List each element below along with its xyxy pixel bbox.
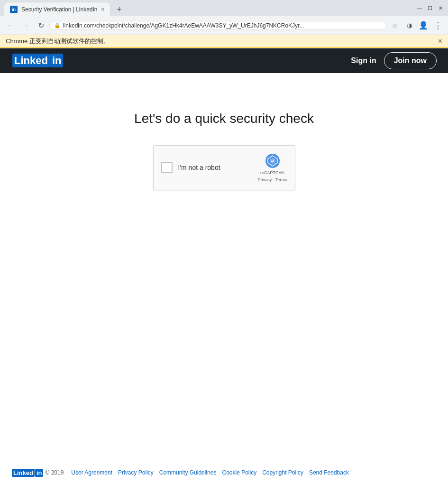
title-bar: in Security Verification | LinkedIn × + …: [0, 0, 448, 16]
footer-link-send-feedback[interactable]: Send Feedback: [309, 469, 349, 476]
recaptcha-left: I'm not a robot: [161, 162, 220, 173]
footer-link-cookie-policy[interactable]: Cookie Policy: [222, 469, 256, 476]
recaptcha-label: I'm not a robot: [178, 164, 220, 171]
footer-logo: Linkedin © 2019: [11, 469, 64, 476]
page-title: Let's do a quick security check: [134, 111, 314, 126]
linkedin-logo: Linkedin: [11, 55, 63, 67]
main-content: Let's do a quick security check I'm not …: [0, 73, 448, 358]
minimize-button[interactable]: —: [416, 4, 423, 12]
recaptcha-widget: I'm not a robot reCAPTCHA Privacy - Term…: [153, 145, 295, 190]
logo-part1: Linked: [12, 54, 50, 67]
signin-button[interactable]: Sign in: [351, 56, 376, 65]
account-icon[interactable]: 👤: [417, 19, 430, 32]
tab-title: Security Verification | LinkedIn: [21, 6, 97, 13]
footer-link-privacy-policy[interactable]: Privacy Policy: [118, 469, 154, 476]
forward-button[interactable]: →: [19, 19, 32, 32]
recaptcha-terms-link[interactable]: Terms: [275, 177, 287, 182]
tab-bar: in Security Verification | LinkedIn × +: [4, 0, 412, 16]
back-button[interactable]: ←: [4, 19, 17, 32]
logo-text: Linkedin: [11, 55, 63, 67]
new-tab-button[interactable]: +: [113, 3, 126, 16]
recaptcha-logo-icon: [265, 153, 280, 168]
linkedin-navbar: Linkedin Sign in Join now: [0, 48, 448, 73]
page-footer: Linkedin © 2019 User Agreement Privacy P…: [0, 461, 448, 484]
automation-notice-text: Chrome 正受到自动测试软件的控制。: [6, 37, 110, 46]
footer-links: User Agreement Privacy Policy Community …: [71, 469, 349, 476]
url-bar[interactable]: 🔒 linkedin.com/checkpoint/challenge/AgGK…: [49, 22, 386, 29]
browser-tab-active[interactable]: in Security Verification | LinkedIn ×: [4, 2, 111, 16]
recaptcha-privacy-link[interactable]: Privacy: [258, 177, 272, 182]
url-text: linkedin.com/checkpoint/challenge/AgGK1z…: [63, 22, 304, 29]
footer-year: © 2019: [45, 469, 64, 476]
recaptcha-right: reCAPTCHA Privacy - Terms: [258, 153, 287, 182]
bookmark-icon[interactable]: ☆: [388, 19, 402, 32]
tab-close-button[interactable]: ×: [101, 6, 105, 13]
browser-frame: in Security Verification | LinkedIn × + …: [0, 0, 448, 48]
recaptcha-separator: -: [272, 177, 275, 182]
recaptcha-brand-text: reCAPTCHA: [260, 170, 284, 176]
footer-logo-part1: Linked: [12, 469, 35, 477]
lock-icon: 🔒: [54, 22, 61, 28]
footer-logo-text: Linkedin: [11, 469, 43, 476]
footer-link-copyright-policy[interactable]: Copyright Policy: [262, 469, 303, 476]
extension-icon[interactable]: ◑: [402, 19, 416, 32]
address-actions: ☆ ◑ 👤 ⋮: [388, 19, 444, 32]
maximize-button[interactable]: ☐: [426, 4, 434, 12]
recaptcha-links: Privacy - Terms: [258, 177, 287, 182]
close-button[interactable]: ✕: [437, 4, 444, 12]
menu-icon[interactable]: ⋮: [431, 19, 444, 32]
joinnow-button[interactable]: Join now: [384, 52, 437, 69]
window-controls: — ☐ ✕: [416, 4, 444, 12]
address-bar: ← → ↻ 🔒 linkedin.com/checkpoint/challeng…: [0, 16, 448, 35]
logo-part2: in: [50, 54, 64, 67]
automation-notice-bar: Chrome 正受到自动测试软件的控制。 ×: [0, 35, 448, 48]
automation-notice-close[interactable]: ×: [438, 37, 442, 46]
tab-favicon: in: [10, 6, 18, 13]
footer-link-community-guidelines[interactable]: Community Guidelines: [159, 469, 217, 476]
footer-logo-part2: in: [35, 469, 44, 477]
recaptcha-checkbox[interactable]: [161, 162, 173, 173]
reload-button[interactable]: ↻: [34, 19, 47, 32]
footer-link-user-agreement[interactable]: User Agreement: [71, 469, 112, 476]
